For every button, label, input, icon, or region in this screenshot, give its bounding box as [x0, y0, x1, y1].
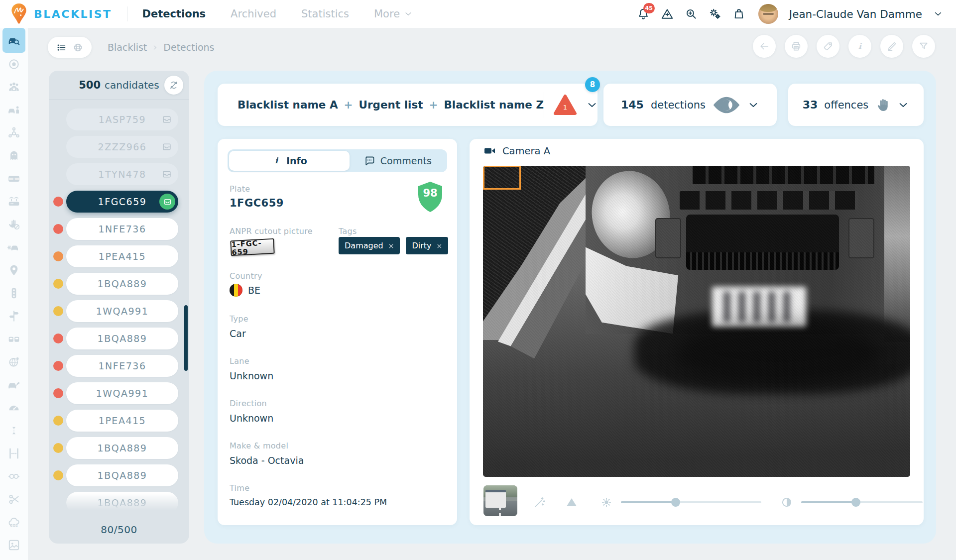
candidate-row[interactable]: 1ASP759 [66, 109, 178, 130]
nav-item-more[interactable]: More [374, 8, 413, 20]
candidate-row[interactable]: 1PEA415 [66, 245, 178, 267]
sharpen-triangle-icon[interactable] [566, 497, 577, 507]
user-name[interactable]: Jean-Claude Van Damme [789, 8, 922, 20]
chevron-down-icon[interactable] [586, 99, 598, 111]
new-items-badge: 8 [585, 77, 600, 92]
rail-item-snapshot[interactable] [2, 534, 25, 557]
chevron-down-icon[interactable] [897, 99, 909, 111]
rail-item-overtaking[interactable] [2, 328, 25, 350]
candidate-row[interactable]: 1BQA889 [66, 273, 178, 295]
settings-gears-icon[interactable] [709, 7, 721, 20]
breadcrumb-blacklist[interactable]: Blacklist [108, 42, 147, 53]
rail-item-vehicle-speed[interactable] [2, 236, 25, 259]
detections-dropdown[interactable]: 145 detections [603, 84, 777, 126]
filter-button[interactable] [912, 35, 935, 58]
rail-item-hand-block[interactable] [2, 213, 25, 236]
sync-disabled-button[interactable] [164, 76, 183, 95]
traffic-light-icon [7, 287, 20, 300]
rail-item-target[interactable] [2, 53, 25, 76]
tag-chip[interactable]: Dirty × [406, 237, 448, 254]
contrast-slider-knob[interactable] [851, 498, 860, 507]
priority-dot [53, 197, 63, 207]
remove-tag-icon[interactable]: × [388, 242, 394, 250]
field-value: Unknown [230, 413, 447, 424]
tab-info[interactable]: i Info [229, 151, 350, 171]
rail-item-drivers[interactable] [2, 76, 25, 99]
brightness-slider[interactable] [621, 501, 761, 503]
remove-tag-icon[interactable]: × [437, 242, 443, 250]
back-button[interactable] [753, 35, 776, 58]
auto-enhance-wand-icon[interactable] [533, 496, 546, 509]
nav-item-statistics[interactable]: Statistics [301, 8, 349, 20]
priority-dot [53, 470, 63, 480]
nav-item-detections[interactable]: Detections [142, 8, 206, 20]
rail-item-distance[interactable] [2, 419, 25, 442]
rail-item-road-width[interactable] [2, 442, 25, 465]
candidates-divider [49, 100, 189, 100]
candidate-row[interactable]: 2ZZZ966 [66, 136, 178, 158]
user-avatar[interactable] [758, 4, 778, 24]
candidate-row[interactable]: 1WQA991 [66, 382, 178, 404]
detections-label: detections [651, 99, 706, 111]
detection-photo[interactable] [483, 166, 910, 477]
candidate-row[interactable]: 1FGC659 [66, 191, 178, 213]
anpr-cutout-image: 1-FGC-659 [230, 238, 275, 256]
candidate-row[interactable]: 1BQA889 [66, 464, 178, 486]
rail-item-signpost[interactable] [2, 305, 25, 328]
candidate-plate: 1WQA991 [66, 300, 178, 322]
blacklists-dropdown[interactable]: Blacklist name A + Urgent list + Blackli… [218, 84, 598, 126]
archive-tray-icon [162, 114, 172, 124]
candidate-plate: 1PEA415 [66, 410, 178, 432]
candidate-row[interactable]: 1BQA889 [66, 492, 178, 514]
contrast-slider[interactable] [801, 501, 923, 503]
candidate-row[interactable]: 1TYN478 [66, 163, 178, 185]
tab-comments[interactable]: Comments [350, 151, 446, 171]
rail-item-biohazard[interactable] [2, 121, 25, 144]
rail-item-time-check[interactable]: 00:00 [2, 167, 25, 190]
chevron-down-icon[interactable] [747, 99, 759, 111]
tag-button[interactable] [817, 35, 839, 58]
rail-item-router[interactable] [2, 190, 25, 213]
breadcrumb-detections[interactable]: Detections [163, 42, 214, 53]
candidate-row[interactable]: 1BQA889 [66, 437, 178, 459]
rail-item-speedometer[interactable] [2, 396, 25, 419]
map-view-icon[interactable] [73, 42, 83, 53]
rail-item-traffic-light[interactable] [2, 282, 25, 305]
zoom-in-icon[interactable] [685, 7, 698, 20]
rail-item-eco-vehicle[interactable] [2, 373, 25, 396]
rail-item-location-pin[interactable] [2, 259, 25, 282]
list-view-icon[interactable] [56, 42, 67, 53]
archive-tray-icon [163, 198, 172, 206]
candidate-row[interactable]: 1NFE736 [66, 355, 178, 377]
rail-item-scissors[interactable] [2, 488, 25, 511]
info-button[interactable]: i [848, 35, 871, 58]
brightness-slider-knob[interactable] [671, 498, 680, 507]
archive-tray-button[interactable] [159, 194, 175, 210]
rail-item-vehicle-search[interactable] [2, 28, 25, 53]
field-value: Skoda - Octavia [230, 455, 447, 466]
candidate-row[interactable]: 1NFE736 [66, 218, 178, 240]
rail-item-co2-cloud[interactable]: CO2 [2, 511, 25, 534]
svg-text:i: i [858, 41, 862, 51]
shopping-bag-icon[interactable] [732, 7, 745, 20]
offences-label: offences [824, 99, 868, 111]
context-thumbnail[interactable] [483, 485, 517, 516]
rail-item-ghost[interactable] [2, 144, 25, 167]
offences-dropdown[interactable]: 33 offences [788, 84, 924, 126]
notifications-bell-icon[interactable]: 45 [637, 7, 650, 20]
detail-field: Make & modelSkoda - Octavia [230, 441, 447, 483]
warning-triangle-add-icon[interactable] [661, 7, 674, 20]
rail-item-map-globe[interactable] [2, 350, 25, 373]
user-menu-chevron-icon[interactable] [933, 9, 943, 19]
nav-item-archived[interactable]: Archived [231, 8, 276, 20]
print-button[interactable] [785, 35, 808, 58]
edit-button[interactable] [880, 35, 903, 58]
alert-triangle-icon: 1 [553, 94, 577, 116]
tag-chip[interactable]: Damaged × [339, 237, 400, 254]
candidate-row[interactable]: 1BQA889 [66, 328, 178, 349]
rail-item-vehicle-person[interactable] [2, 99, 25, 121]
candidate-row[interactable]: 1WQA991 [66, 300, 178, 322]
rail-item-goggles[interactable] [2, 465, 25, 488]
candidates-scrollbar[interactable] [184, 305, 188, 371]
candidate-row[interactable]: 1PEA415 [66, 410, 178, 432]
